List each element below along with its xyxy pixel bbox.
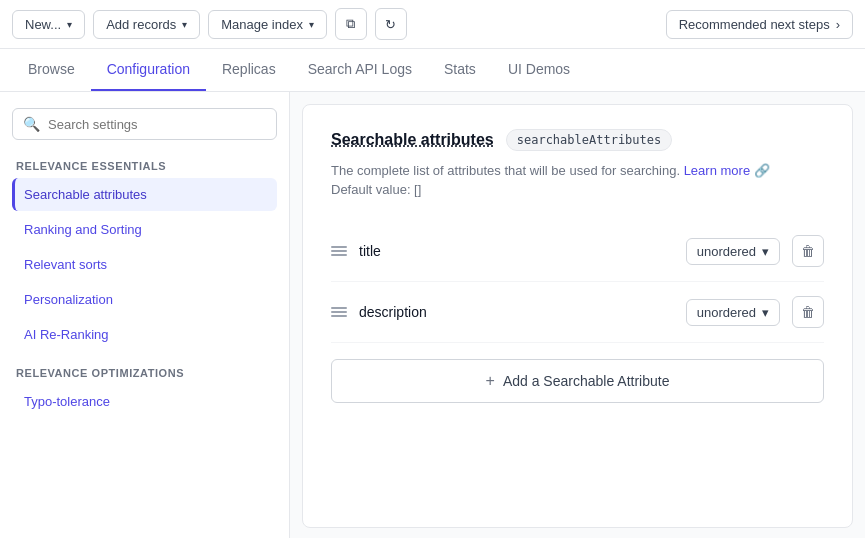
- learn-more-link[interactable]: Learn more 🔗: [684, 163, 770, 178]
- refresh-icon: ↻: [385, 17, 396, 32]
- panel-description: The complete list of attributes that wil…: [331, 163, 824, 178]
- add-searchable-attribute-button[interactable]: + Add a Searchable Attribute: [331, 359, 824, 403]
- sidebar-item-typo-tolerance[interactable]: Typo-tolerance: [12, 385, 277, 418]
- copy-button[interactable]: ⧉: [335, 8, 367, 40]
- sidebar-item-ranking-sorting[interactable]: Ranking and Sorting: [12, 213, 277, 246]
- search-settings-input[interactable]: [48, 117, 266, 132]
- tab-ui-demos[interactable]: UI Demos: [492, 49, 586, 91]
- order-select-title[interactable]: unordered ▾: [686, 238, 780, 265]
- relevance-essentials-section: RELEVANCE ESSENTIALS Searchable attribut…: [12, 160, 277, 351]
- order-chevron-description-icon: ▾: [762, 305, 769, 320]
- relevance-optimizations-section: RELEVANCE OPTIMIZATIONS Typo-tolerance: [12, 367, 277, 418]
- recommended-button[interactable]: Recommended next steps ›: [666, 10, 853, 39]
- main-content: 🔍 RELEVANCE ESSENTIALS Searchable attrib…: [0, 92, 865, 538]
- order-value-title: unordered: [697, 244, 756, 259]
- order-select-description[interactable]: unordered ▾: [686, 299, 780, 326]
- tab-browse[interactable]: Browse: [12, 49, 91, 91]
- attribute-name-title: title: [359, 243, 674, 259]
- manage-index-button[interactable]: Manage index ▾: [208, 10, 327, 39]
- search-settings-box[interactable]: 🔍: [12, 108, 277, 140]
- tab-search-api-logs[interactable]: Search API Logs: [292, 49, 428, 91]
- new-chevron-icon: ▾: [67, 19, 72, 30]
- manage-index-label: Manage index: [221, 17, 303, 32]
- new-button[interactable]: New... ▾: [12, 10, 85, 39]
- order-chevron-title-icon: ▾: [762, 244, 769, 259]
- recommended-chevron-icon: ›: [836, 17, 840, 32]
- drag-handle-description[interactable]: [331, 307, 347, 317]
- delete-title-button[interactable]: 🗑: [792, 235, 824, 267]
- drag-handle-title[interactable]: [331, 246, 347, 256]
- trash-icon-description: 🗑: [801, 304, 815, 320]
- delete-description-button[interactable]: 🗑: [792, 296, 824, 328]
- new-label: New...: [25, 17, 61, 32]
- copy-icon: ⧉: [346, 16, 355, 32]
- attribute-row-description: description unordered ▾ 🗑: [331, 282, 824, 343]
- tab-configuration[interactable]: Configuration: [91, 49, 206, 91]
- panel-title: Searchable attributes: [331, 131, 494, 149]
- tab-replicas[interactable]: Replicas: [206, 49, 292, 91]
- add-records-label: Add records: [106, 17, 176, 32]
- add-records-button[interactable]: Add records ▾: [93, 10, 200, 39]
- order-value-description: unordered: [697, 305, 756, 320]
- api-param-badge: searchableAttributes: [506, 129, 673, 151]
- relevance-essentials-label: RELEVANCE ESSENTIALS: [12, 160, 277, 172]
- relevance-optimizations-label: RELEVANCE OPTIMIZATIONS: [12, 367, 277, 379]
- sidebar-item-ai-reranking[interactable]: AI Re-Ranking: [12, 318, 277, 351]
- content-panel: Searchable attributes searchableAttribut…: [302, 104, 853, 528]
- nav-tabs: Browse Configuration Replicas Search API…: [0, 49, 865, 92]
- manage-index-chevron-icon: ▾: [309, 19, 314, 30]
- sidebar-item-searchable-attributes[interactable]: Searchable attributes: [12, 178, 277, 211]
- sidebar: 🔍 RELEVANCE ESSENTIALS Searchable attrib…: [0, 92, 290, 538]
- recommended-label: Recommended next steps: [679, 17, 830, 32]
- sidebar-item-relevant-sorts[interactable]: Relevant sorts: [12, 248, 277, 281]
- toolbar: New... ▾ Add records ▾ Manage index ▾ ⧉ …: [0, 0, 865, 49]
- trash-icon-title: 🗑: [801, 243, 815, 259]
- plus-icon: +: [486, 372, 495, 390]
- panel-header: Searchable attributes searchableAttribut…: [331, 129, 824, 151]
- refresh-button[interactable]: ↻: [375, 8, 407, 40]
- panel-default-value: Default value: []: [331, 182, 824, 197]
- search-icon: 🔍: [23, 116, 40, 132]
- tab-stats[interactable]: Stats: [428, 49, 492, 91]
- sidebar-item-personalization[interactable]: Personalization: [12, 283, 277, 316]
- add-records-chevron-icon: ▾: [182, 19, 187, 30]
- attribute-name-description: description: [359, 304, 674, 320]
- attribute-row-title: title unordered ▾ 🗑: [331, 221, 824, 282]
- add-attribute-label: Add a Searchable Attribute: [503, 373, 670, 389]
